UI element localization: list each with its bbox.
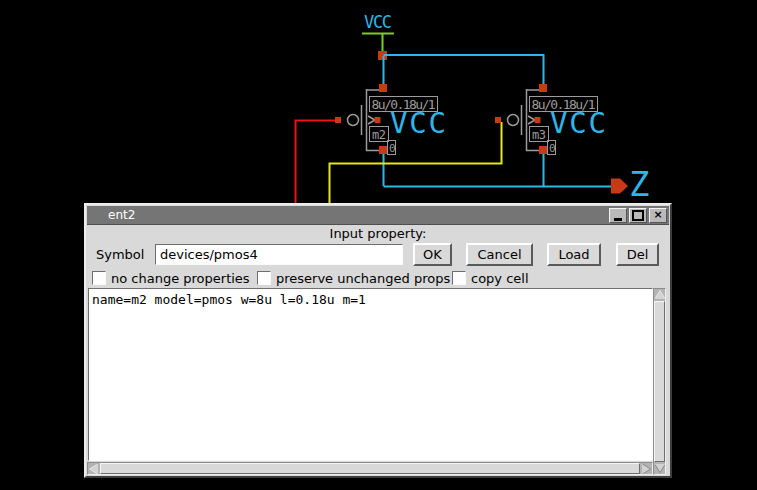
vcc-supply-wire[interactable]	[362, 33, 394, 53]
maximize-icon	[632, 210, 644, 221]
cancel-button[interactable]: Cancel	[466, 243, 533, 266]
pin-drain[interactable]	[379, 146, 387, 154]
instance-name[interactable]: m3	[532, 128, 546, 142]
wire-vcc-to-m3[interactable]	[384, 55, 544, 85]
load-button[interactable]: Load	[547, 243, 601, 266]
property-text-area[interactable]: name=m2 model=pmos w=8u l=0.18u m=1	[88, 288, 653, 461]
close-icon: ×	[653, 210, 662, 220]
arrow-up-icon	[655, 291, 665, 299]
pin-number: 0	[389, 142, 396, 155]
checkbox-box[interactable]	[92, 271, 106, 285]
checkbox-preserve-unchanged-props[interactable]: preserve unchanged props	[257, 269, 450, 287]
symbol-row: Symbol devices/pmos4 OK Cancel Load Del	[86, 243, 670, 267]
scroll-left-button[interactable]	[88, 463, 100, 474]
pin-drain[interactable]	[539, 146, 547, 154]
scroll-up-button[interactable]	[654, 289, 665, 301]
bulk-net-label[interactable]: VCC	[550, 106, 606, 140]
bulk-net-label[interactable]: VCC	[390, 106, 446, 140]
checkbox-label: no change properties	[111, 271, 250, 286]
checkbox-box[interactable]	[257, 271, 271, 285]
dialog-title: ent2	[87, 208, 609, 222]
horizontal-scroll-thumb[interactable]	[100, 463, 640, 474]
ok-button[interactable]: OK	[413, 243, 452, 266]
transistor-m3[interactable]: 8u/0.18u/1 m3 0 VCC	[495, 84, 606, 155]
checkbox-copy-cell[interactable]: copy cell	[452, 269, 529, 287]
pmos-bulk-arrow	[528, 116, 535, 124]
checkbox-no-change-properties[interactable]: no change properties	[92, 269, 250, 287]
minimize-icon	[614, 215, 622, 221]
input-property-dialog: ent2 × Input property: Symbol devices/pm…	[84, 203, 672, 478]
del-button[interactable]: Del	[616, 243, 659, 266]
vertical-scroll-thumb[interactable]	[654, 301, 665, 462]
pin-source[interactable]	[539, 84, 547, 92]
checkbox-row: no change properties preserve unchanged …	[86, 269, 670, 287]
checkbox-label: preserve unchanged props	[276, 271, 450, 286]
pin-number: 0	[549, 142, 556, 155]
dialog-titlebar[interactable]: ent2 ×	[87, 206, 669, 225]
pin-bulk[interactable]	[535, 117, 541, 123]
dialog-heading: Input property:	[86, 226, 670, 241]
pmos-gate-bubble	[348, 115, 359, 126]
maximize-button[interactable]	[629, 208, 647, 223]
pin-gate[interactable]	[495, 117, 501, 123]
scroll-right-button[interactable]	[640, 463, 652, 474]
pin-gate[interactable]	[335, 117, 341, 123]
symbol-label: Symbol	[96, 247, 144, 262]
output-pin-arrow[interactable]	[611, 179, 628, 194]
scroll-down-button[interactable]	[654, 462, 665, 474]
horizontal-scrollbar[interactable]	[87, 462, 653, 475]
output-net-label[interactable]: Z	[629, 164, 649, 204]
pmos-bulk-arrow	[368, 116, 375, 124]
arrow-down-icon	[655, 464, 665, 472]
symbol-input[interactable]: devices/pmos4	[155, 244, 403, 265]
close-button[interactable]: ×	[649, 208, 667, 223]
instance-name[interactable]: m2	[372, 128, 386, 142]
checkbox-box[interactable]	[452, 271, 466, 285]
arrow-right-icon	[642, 464, 650, 474]
pin-bulk[interactable]	[375, 117, 381, 123]
pin-source[interactable]	[379, 84, 387, 92]
arrow-left-icon	[90, 464, 98, 474]
pmos-gate-bubble	[508, 115, 519, 126]
vcc-net-label[interactable]: VCC	[364, 12, 392, 32]
transistor-m2[interactable]: 8u/0.18u/1 m2 0 VCC	[335, 84, 446, 155]
vertical-scrollbar[interactable]	[653, 288, 666, 475]
minimize-button[interactable]	[609, 208, 627, 223]
checkbox-label: copy cell	[471, 271, 529, 286]
